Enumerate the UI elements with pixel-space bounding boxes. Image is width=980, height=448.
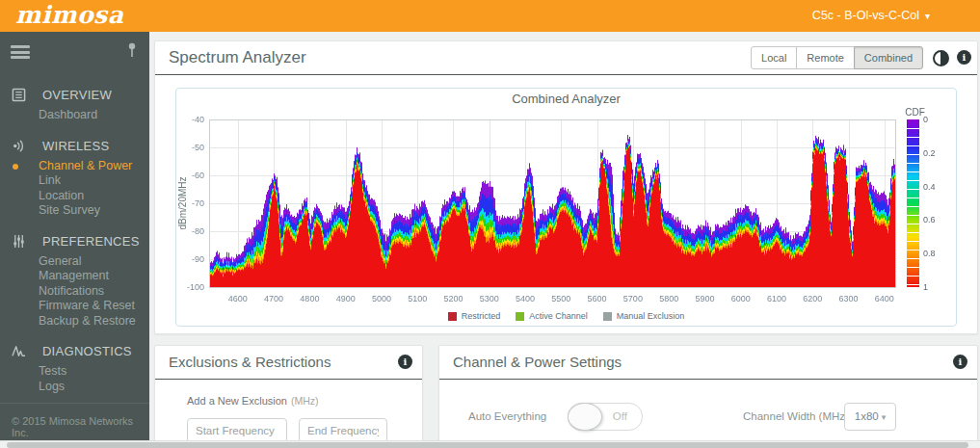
sidebar-section-label: DIAGNOSTICS: [42, 344, 132, 358]
manual-exclusion-swatch: [603, 312, 612, 321]
sidebar-item-management[interactable]: Management: [0, 269, 149, 284]
overview-icon: [12, 88, 28, 105]
horizontal-scrollbar: [0, 440, 980, 448]
pin-icon[interactable]: [127, 42, 137, 63]
hamburger-menu-icon[interactable]: [11, 45, 30, 59]
info-icon[interactable]: i: [957, 50, 971, 65]
sidebar-section-wireless: WIRELESS Channel & Power Link Location S…: [0, 136, 149, 219]
remote-button[interactable]: Remote: [796, 46, 855, 69]
legend-label: Manual Exclusion: [617, 311, 685, 321]
auto-everything-label: Auto Everything: [468, 410, 546, 422]
add-exclusion-label: Add a New Exclusion: [187, 395, 287, 407]
restricted-swatch: [448, 312, 457, 321]
spectrum-chart: Combined Analyzer Restricted Active Chan…: [175, 88, 957, 327]
active-channel-swatch: [516, 312, 524, 321]
spectrum-chart-canvas: [176, 108, 955, 310]
channel-width-value: 1x80: [855, 410, 879, 422]
sidebar-item-site-survey[interactable]: Site Survey: [0, 203, 149, 219]
sidebar-item-logs[interactable]: Logs: [0, 380, 149, 395]
sidebar-item-notifications[interactable]: Notifications: [0, 284, 149, 300]
panel-title: Channel & Power Settings: [453, 346, 622, 379]
sidebar-section-label: OVERVIEW: [42, 88, 112, 102]
local-button[interactable]: Local: [751, 46, 797, 69]
sidebar-item-general[interactable]: General: [0, 254, 149, 270]
sidebar-section-overview: OVERVIEW Dashboard: [0, 85, 149, 123]
preferences-icon: [12, 234, 28, 251]
sidebar-item-link[interactable]: Link: [0, 173, 149, 189]
exclusions-restrictions-panel: Exclusions & Restrictions i Add a New Ex…: [154, 345, 423, 448]
sidebar-item-channel-power[interactable]: Channel & Power: [0, 159, 149, 174]
copyright-text: © 2015 Mimosa Networks Inc.: [0, 404, 149, 438]
sidebar-item-tests[interactable]: Tests: [0, 364, 149, 380]
sidebar-item-backup-restore[interactable]: Backup & Restore: [0, 314, 149, 329]
auto-everything-toggle[interactable]: Off: [568, 403, 643, 431]
combined-button[interactable]: Combined: [854, 46, 923, 69]
add-exclusion-unit: (MHz): [291, 395, 319, 407]
panel-title: Spectrum Analyzer: [169, 41, 306, 74]
mimosa-logo: mimosa: [15, 0, 123, 32]
toggle-knob: [568, 403, 602, 431]
device-selector-label: C5c - B-Ol-vs-C-Col: [812, 9, 919, 22]
channel-width-select[interactable]: 1x80▾: [844, 403, 896, 431]
sidebar-item-dashboard[interactable]: Dashboard: [0, 108, 149, 123]
channel-width-label: Channel Width (MHz): [743, 410, 849, 422]
panel-title: Exclusions & Restrictions: [169, 346, 331, 379]
sidebar-item-firmware-reset[interactable]: Firmware & Reset: [0, 299, 149, 314]
chart-title: Combined Analyzer: [176, 89, 956, 108]
chevron-down-icon: ▾: [882, 412, 887, 422]
device-selector[interactable]: C5c - B-Ol-vs-C-Col▾: [812, 0, 930, 32]
top-bar: mimosa C5c - B-Ol-vs-C-Col▾: [0, 0, 980, 32]
chevron-down-icon: ▾: [925, 11, 930, 21]
toggle-state-label: Off: [613, 404, 627, 430]
channel-power-settings-panel: Channel & Power Settings i Auto Everythi…: [438, 345, 978, 448]
sidebar-section-preferences: PREFERENCES General Management Notificat…: [0, 231, 149, 329]
sidebar-item-location[interactable]: Location: [0, 189, 149, 204]
wireless-icon: [12, 139, 28, 156]
legend-label: Active Channel: [529, 311, 588, 321]
horizontal-scrollbar-thumb[interactable]: [7, 442, 968, 448]
spectrum-analyzer-panel: Spectrum Analyzer Local Remote Combined …: [154, 40, 978, 334]
sidebar: OVERVIEW Dashboard WIRELESS Channel & Po…: [0, 32, 149, 441]
info-icon[interactable]: i: [953, 355, 967, 369]
sidebar-section-label: WIRELESS: [42, 139, 110, 153]
contrast-icon[interactable]: [933, 50, 949, 66]
diagnostics-icon: [12, 344, 28, 361]
info-icon[interactable]: i: [398, 355, 412, 369]
sidebar-section-label: PREFERENCES: [42, 234, 140, 249]
chart-legend: Restricted Active Channel Manual Exclusi…: [176, 311, 956, 321]
sidebar-section-diagnostics: DIAGNOSTICS Tests Logs: [0, 341, 149, 394]
view-button-group: Local Remote Combined: [752, 46, 923, 69]
legend-label: Restricted: [462, 311, 501, 321]
